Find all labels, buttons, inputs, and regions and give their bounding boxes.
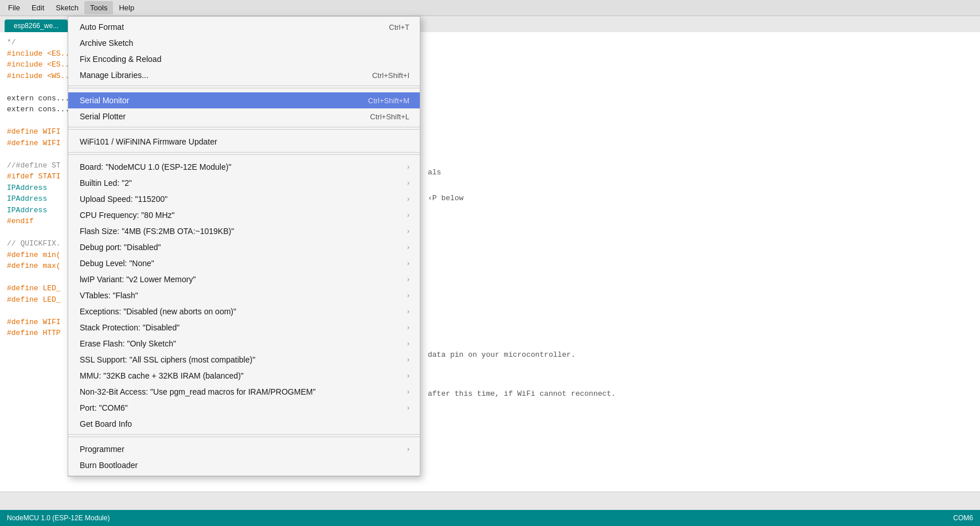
menu-row-arrow-icon: › xyxy=(407,179,409,187)
menu-section-2: WiFi101 / WiFiNINA Firmware Updater xyxy=(68,131,420,153)
menu-divider xyxy=(68,129,420,130)
menu-row-label: Port: "COM6" xyxy=(80,403,403,412)
menubar-item-help[interactable]: Help xyxy=(113,1,140,14)
menu-row-label: SSL Support: "All SSL ciphers (most comp… xyxy=(80,355,403,364)
menu-row-label: Builtin Led: "2" xyxy=(80,178,403,188)
menu-item-3-1[interactable]: Builtin Led: "2"› xyxy=(68,175,420,191)
menu-item-2-0[interactable]: WiFi101 / WiFiNINA Firmware Updater xyxy=(68,134,420,150)
menu-row-arrow-icon: › xyxy=(407,404,409,412)
menubar-item-file[interactable]: File xyxy=(2,1,26,14)
menu-item-3-9[interactable]: Exceptions: "Disabled (new aborts on oom… xyxy=(68,303,420,320)
tools-dropdown[interactable]: Auto FormatCtrl+TArchive SketchFix Encod… xyxy=(68,16,420,477)
menu-row-label: Debug port: "Disabled" xyxy=(80,243,403,252)
menu-row-label: Get Board Info xyxy=(80,419,409,428)
menu-item-1-1[interactable]: Serial PlotterCtrl+Shift+L xyxy=(68,108,420,124)
editor-tab[interactable]: esp8266_we... xyxy=(5,20,68,32)
menubar-item-sketch[interactable]: Sketch xyxy=(50,1,84,14)
menu-item-1-0[interactable]: Serial MonitorCtrl+Shift+M xyxy=(68,92,420,108)
menu-row-arrow-icon: › xyxy=(407,356,409,364)
menu-row-label: Erase Flash: "Only Sketch" xyxy=(80,339,403,348)
menu-item-0-1[interactable]: Archive Sketch xyxy=(68,35,420,51)
menu-section-0: Auto FormatCtrl+TArchive SketchFix Encod… xyxy=(68,17,420,86)
menu-row-label: VTables: "Flash" xyxy=(80,291,403,300)
menu-row-label: CPU Frequency: "80 MHz" xyxy=(80,211,403,220)
menu-item-0-2[interactable]: Fix Encoding & Reload xyxy=(68,51,420,67)
menu-item-3-6[interactable]: Debug Level: "None"› xyxy=(68,255,420,271)
menu-row-label: Flash Size: "4MB (FS:2MB OTA:~1019KB)" xyxy=(80,227,403,236)
menu-row-arrow-icon: › xyxy=(407,195,409,203)
menu-row-label: Programmer xyxy=(80,445,403,454)
menu-item-3-0[interactable]: Board: "NodeMCU 1.0 (ESP-12E Module)"› xyxy=(68,159,420,175)
menu-item-3-16[interactable]: Get Board Info xyxy=(68,416,420,432)
menu-row-label: WiFi101 / WiFiNINA Firmware Updater xyxy=(80,137,409,146)
menubar-item-edit[interactable]: Edit xyxy=(26,1,50,14)
menu-row-shortcut: Ctrl+T xyxy=(389,23,409,32)
ide-container: FileEditSketchToolsHelp esp8266_we... */… xyxy=(0,0,980,526)
menu-row-label: Stack Protection: "Disabled" xyxy=(80,323,403,332)
menu-row-shortcut: Ctrl+Shift+M xyxy=(368,96,409,105)
menu-section-4: Programmer›Burn Bootloader xyxy=(68,439,420,476)
menu-section-3: Board: "NodeMCU 1.0 (ESP-12E Module)"›Bu… xyxy=(68,157,420,435)
menu-row-label: Upload Speed: "115200" xyxy=(80,194,403,204)
menu-row-arrow-icon: › xyxy=(407,259,409,267)
menu-item-3-5[interactable]: Debug port: "Disabled"› xyxy=(68,239,420,255)
menu-row-label: MMU: "32KB cache + 32KB IRAM (balanced)" xyxy=(80,371,403,380)
menu-row-label: Fix Encoding & Reload xyxy=(80,54,409,64)
menu-divider xyxy=(68,88,420,88)
menu-item-4-0[interactable]: Programmer› xyxy=(68,441,420,457)
menu-item-3-2[interactable]: Upload Speed: "115200"› xyxy=(68,191,420,207)
console-area xyxy=(0,492,980,510)
right-panel: als‹P belowdata pin on your microcontrol… xyxy=(419,32,980,492)
menu-item-3-12[interactable]: SSL Support: "All SSL ciphers (most comp… xyxy=(68,352,420,368)
status-bar: NodeMCU 1.0 (ESP-12E Module) COM6 xyxy=(0,510,980,526)
right-panel-line: ‹P below xyxy=(428,193,463,205)
menu-row-arrow-icon: › xyxy=(407,243,409,251)
menubar-item-tools[interactable]: Tools xyxy=(84,1,113,14)
menu-item-3-3[interactable]: CPU Frequency: "80 MHz"› xyxy=(68,207,420,223)
menu-divider xyxy=(68,437,420,437)
menu-row-arrow-icon: › xyxy=(407,291,409,299)
menu-row-label: lwIP Variant: "v2 Lower Memory" xyxy=(80,275,403,284)
menubar: FileEditSketchToolsHelp xyxy=(0,0,980,16)
menu-row-label: Archive Sketch xyxy=(80,38,409,48)
menu-row-arrow-icon: › xyxy=(407,340,409,348)
menu-row-arrow-icon: › xyxy=(407,211,409,219)
menu-row-arrow-icon: › xyxy=(407,388,409,396)
menu-item-3-14[interactable]: Non-32-Bit Access: "Use pgm_read macros … xyxy=(68,384,420,400)
menu-item-3-10[interactable]: Stack Protection: "Disabled"› xyxy=(68,320,420,336)
menu-row-arrow-icon: › xyxy=(407,275,409,283)
menu-row-label: Exceptions: "Disabled (new aborts on oom… xyxy=(80,307,403,316)
menu-item-3-8[interactable]: VTables: "Flash"› xyxy=(68,287,420,303)
menu-item-3-7[interactable]: lwIP Variant: "v2 Lower Memory"› xyxy=(68,271,420,287)
port-status: COM6 xyxy=(953,514,973,522)
menu-section-1: Serial MonitorCtrl+Shift+MSerial Plotter… xyxy=(68,90,420,127)
right-panel-line: als xyxy=(428,167,441,179)
menu-item-0-3[interactable]: Manage Libraries...Ctrl+Shift+I xyxy=(68,67,420,83)
menu-divider xyxy=(68,154,420,155)
menu-row-arrow-icon: › xyxy=(407,227,409,235)
menu-row-label: Auto Format xyxy=(80,22,389,32)
menu-row-arrow-icon: › xyxy=(407,372,409,380)
menu-row-arrow-icon: › xyxy=(407,324,409,332)
menu-item-3-13[interactable]: MMU: "32KB cache + 32KB IRAM (balanced)"… xyxy=(68,368,420,384)
menu-row-label: Debug Level: "None" xyxy=(80,259,403,268)
menu-item-3-15[interactable]: Port: "COM6"› xyxy=(68,400,420,416)
menu-row-label: Serial Plotter xyxy=(80,112,370,121)
menu-row-label: Burn Bootloader xyxy=(80,461,409,470)
menu-row-shortcut: Ctrl+Shift+L xyxy=(370,112,409,121)
menu-row-arrow-icon: › xyxy=(407,307,409,315)
menu-row-label: Board: "NodeMCU 1.0 (ESP-12E Module)" xyxy=(80,162,403,172)
menu-row-label: Manage Libraries... xyxy=(80,71,372,80)
menu-row-label: Non-32-Bit Access: "Use pgm_read macros … xyxy=(80,387,403,396)
menu-row-arrow-icon: › xyxy=(407,163,409,171)
menu-item-3-11[interactable]: Erase Flash: "Only Sketch"› xyxy=(68,336,420,352)
right-panel-line: after this time, if WiFi cannot reconnec… xyxy=(428,388,616,400)
menu-item-4-1[interactable]: Burn Bootloader xyxy=(68,457,420,473)
menu-item-3-4[interactable]: Flash Size: "4MB (FS:2MB OTA:~1019KB)"› xyxy=(68,223,420,239)
menu-row-arrow-icon: › xyxy=(407,445,409,453)
menu-row-shortcut: Ctrl+Shift+I xyxy=(372,71,409,80)
menu-row-label: Serial Monitor xyxy=(80,96,368,105)
menu-item-0-0[interactable]: Auto FormatCtrl+T xyxy=(68,19,420,35)
board-status: NodeMCU 1.0 (ESP-12E Module) xyxy=(7,514,110,522)
right-panel-line: data pin on your microcontroller. xyxy=(428,349,575,361)
